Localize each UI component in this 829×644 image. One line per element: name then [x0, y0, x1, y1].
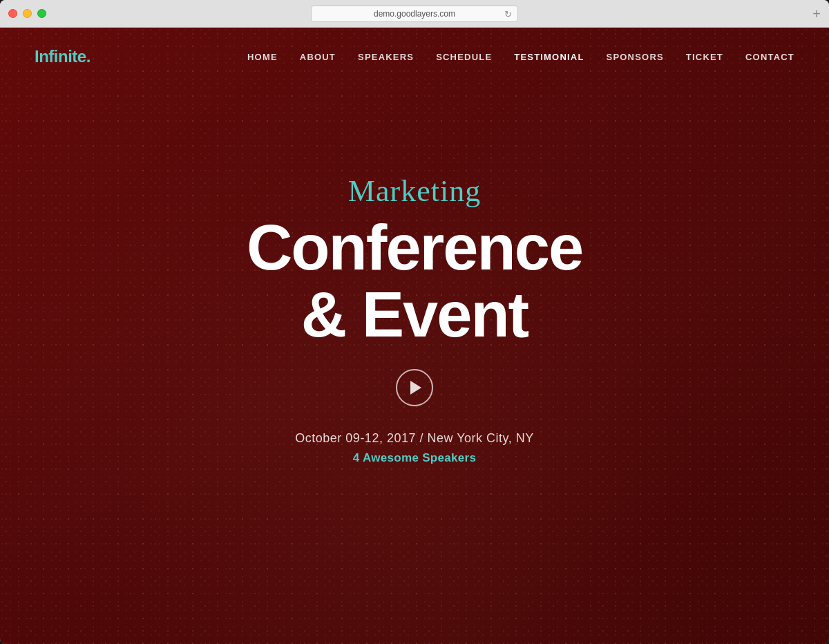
hero-title: Conference & Event: [247, 214, 582, 348]
nav-link-contact[interactable]: CONTACT: [745, 52, 794, 62]
nav-link-ticket[interactable]: TICKET: [686, 52, 723, 62]
reload-icon[interactable]: ↻: [504, 8, 512, 19]
navbar: Infinite. HOME ABOUT SPEAKERS SCHEDULE T…: [0, 28, 829, 66]
minimize-button[interactable]: [23, 9, 32, 18]
nav-link-about[interactable]: ABOUT: [300, 52, 336, 62]
play-button[interactable]: [396, 369, 433, 406]
new-tab-button[interactable]: +: [812, 7, 821, 21]
nav-link-home[interactable]: HOME: [247, 52, 278, 62]
url-text: demo.goodlayers.com: [374, 9, 455, 19]
nav-link-testimonial[interactable]: TESTIMONIAL: [514, 52, 584, 62]
nav-item-sponsors[interactable]: SPONSORS: [607, 50, 664, 63]
event-date: October 09-12, 2017 / New York City, NY: [295, 431, 533, 446]
event-speakers[interactable]: 4 Awesome Speakers: [353, 451, 476, 465]
nav-menu: HOME ABOUT SPEAKERS SCHEDULE TESTIMONIAL…: [247, 50, 794, 63]
logo-text: Infinite.: [35, 47, 90, 66]
nav-item-testimonial[interactable]: TESTIMONIAL: [514, 50, 584, 63]
nav-item-ticket[interactable]: TICKET: [686, 50, 723, 63]
nav-item-contact[interactable]: CONTACT: [745, 50, 794, 63]
nav-link-speakers[interactable]: SPEAKERS: [358, 52, 414, 62]
traffic-lights: [8, 9, 46, 18]
close-button[interactable]: [8, 9, 17, 18]
nav-item-home[interactable]: HOME: [247, 50, 278, 63]
title-bar: demo.goodlayers.com ↻ +: [0, 0, 829, 28]
nav-item-about[interactable]: ABOUT: [300, 50, 336, 63]
nav-item-schedule[interactable]: SCHEDULE: [436, 50, 492, 63]
nav-link-schedule[interactable]: SCHEDULE: [436, 52, 492, 62]
nav-item-speakers[interactable]: SPEAKERS: [358, 50, 414, 63]
hero-title-line1: Conference: [247, 212, 582, 283]
nav-link-sponsors[interactable]: SPONSORS: [607, 52, 664, 62]
maximize-button[interactable]: [37, 9, 46, 18]
hero-title-line2: & Event: [301, 279, 528, 350]
address-bar[interactable]: demo.goodlayers.com ↻: [311, 6, 518, 22]
hero-subtitle: Marketing: [348, 173, 481, 209]
browser-window: demo.goodlayers.com ↻ + Infinite. HOME A…: [0, 0, 829, 644]
site-content: Infinite. HOME ABOUT SPEAKERS SCHEDULE T…: [0, 28, 829, 644]
site-logo[interactable]: Infinite.: [35, 47, 90, 66]
hero-content: Marketing Conference & Event October 09-…: [0, 39, 829, 600]
